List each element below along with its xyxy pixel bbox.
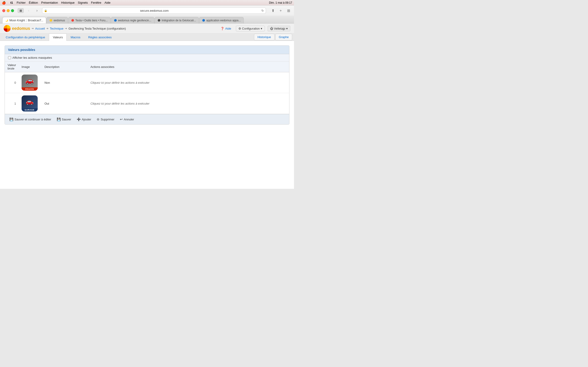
power-icon: ⏻ — [270, 27, 273, 30]
save-icon: 💾 — [57, 117, 61, 121]
tab-application[interactable]: 🔵 application eedomus appa... — [199, 17, 244, 23]
show-hidden-checkbox[interactable] — [8, 56, 11, 59]
tab-eedomus[interactable]: 🟡 eedomus — [46, 17, 68, 23]
save-label: Sauver — [62, 118, 71, 121]
breadcrumb-arrow-1: ➜ — [32, 27, 34, 30]
tab-favicon-tesla: 🔴 — [71, 19, 74, 22]
col-description: Description — [42, 61, 88, 72]
table-header: Valeur brute Image Description Actions a… — [5, 61, 289, 72]
menu-fenetre[interactable]: Fenêtre — [91, 1, 101, 4]
tab-label-eedomus: eedomus — [53, 19, 65, 22]
new-tab-button[interactable]: ＋ — [277, 7, 284, 14]
delete-button[interactable]: ⊖ Supprimer — [95, 117, 116, 122]
tab-favicon-moonknight: 🌙 — [5, 19, 8, 22]
menu-historique[interactable]: Historique — [61, 1, 75, 4]
delete-icon: ⊖ — [97, 117, 99, 121]
cancel-button[interactable]: ↩ Annuler — [119, 117, 136, 122]
minimize-button[interactable] — [7, 9, 10, 12]
row1-value: 1 — [5, 93, 19, 114]
user-label: Velletajp — [274, 27, 285, 30]
configuration-button[interactable]: ⚙ Configuration ▾ — [236, 26, 265, 31]
breadcrumb-accueil[interactable]: Accueil — [35, 27, 45, 30]
aide-button[interactable]: ❓ Aide — [219, 26, 233, 31]
reload-icon[interactable]: ↻ — [261, 9, 264, 12]
col-actions: Actions associées — [88, 61, 273, 72]
row0-image[interactable]: Absente — [19, 72, 42, 93]
tab-label-moonknight: Moon Knight :: BroadcasT... — [9, 19, 43, 22]
card-header: Valeurs possibles — [5, 46, 289, 54]
gear-icon: ⚙ — [238, 27, 241, 30]
app-logo[interactable]: eedomus — [4, 25, 30, 32]
add-button[interactable]: ➕ Ajouter — [75, 117, 93, 122]
breadcrumb-technique[interactable]: Technique — [50, 27, 63, 30]
tab-valeurs[interactable]: Valeurs — [49, 33, 67, 41]
tab-integration[interactable]: ⚫ Intégration de la Géolocali... — [155, 17, 199, 23]
tab-label-tesla: Tesla • Outils tiers • Foru... — [75, 19, 108, 22]
app-name: t1 — [10, 1, 13, 4]
tab-favicon-integration: ⚫ — [157, 19, 160, 22]
page-content: eedomus ➜ Accueil ➜ Technique ➜ Geofenci… — [0, 24, 294, 189]
save-continue-button[interactable]: 💾 Sauver et continuer à éditer — [8, 117, 52, 122]
tab-label-geofencing: eedomus regle geofencin... — [118, 19, 151, 22]
user-chevron-icon: ▾ — [286, 27, 288, 30]
tab-moonknight[interactable]: 🌙 Moon Knight :: BroadcasT... — [2, 17, 46, 23]
card-subheader: Afficher les actions masquées — [5, 54, 289, 61]
menu-edition[interactable]: Édition — [29, 1, 38, 4]
row1-extra — [273, 93, 289, 114]
tab-configuration-peripherique[interactable]: Configuration du périphérique — [2, 33, 49, 41]
table-row[interactable]: 1 GARAGE Oui Cliquez ici pour définir le… — [5, 93, 289, 114]
question-icon: ❓ — [221, 27, 224, 30]
tab-tesla[interactable]: 🔴 Tesla • Outils tiers • Foru... — [68, 17, 111, 23]
apple-logo: 🍎 — [2, 1, 6, 5]
share-button[interactable]: ⬆ — [270, 7, 276, 14]
tab-regles-associees[interactable]: Règles associées — [84, 33, 115, 41]
table-body: 0 Absente Non Cliquez ici pour définir l… — [5, 72, 289, 114]
row0-value: 0 — [5, 72, 19, 93]
col-extra — [273, 61, 289, 72]
show-hidden-label[interactable]: Afficher les actions masquées — [8, 56, 52, 59]
breadcrumb-current: Geofencing Tesla Technique (configuratio… — [69, 27, 126, 30]
save-button[interactable]: 💾 Sauver — [55, 117, 73, 122]
maximize-button[interactable] — [11, 9, 14, 12]
valeurs-card: Valeurs possibles Afficher les actions m… — [5, 45, 289, 125]
menu-aide[interactable]: Aide — [104, 1, 111, 4]
car-badge-garage: GARAGE — [22, 108, 38, 111]
breadcrumb-arrow-3: ➜ — [65, 27, 67, 30]
back-button[interactable]: ‹ — [26, 7, 32, 14]
row1-actions[interactable]: Cliquez ici pour définir les actions à e… — [88, 93, 273, 114]
logo-text: eedomus — [12, 26, 30, 31]
browser-toolbar: ⊞ ‹ › 🔒 ↻ ⬆ ＋ ⊞ — [0, 6, 294, 16]
sidebar-toggle-button[interactable]: ⊞ — [18, 8, 24, 13]
browser-actions: ⬆ ＋ ⊞ — [270, 7, 292, 14]
nav-tabs: Configuration du périphérique Valeurs Ma… — [0, 33, 294, 41]
menu-items: Fichier Édition Présentation Historique … — [17, 1, 111, 4]
address-bar[interactable] — [49, 9, 260, 12]
tab-geofencing[interactable]: 🔵 eedomus regle geofencin... — [111, 17, 154, 23]
tab-macros[interactable]: Macros — [67, 33, 84, 41]
user-button[interactable]: ⏻ Velletajp ▾ — [268, 26, 290, 31]
config-label: Configuration — [242, 27, 260, 30]
menu-presentation[interactable]: Présentation — [41, 1, 58, 4]
forward-button[interactable]: › — [34, 7, 40, 14]
menu-signets[interactable]: Signets — [78, 1, 88, 4]
row0-actions[interactable]: Cliquez ici pour définir les actions à e… — [88, 72, 273, 93]
menu-fichier[interactable]: Fichier — [17, 1, 26, 4]
breadcrumb: eedomus ➜ Accueil ➜ Technique ➜ Geofenci… — [4, 25, 126, 32]
add-label: Ajouter — [82, 118, 91, 121]
app-header: eedomus ➜ Accueil ➜ Technique ➜ Geofenci… — [0, 24, 294, 33]
tab-favicon-eedomus: 🟡 — [49, 19, 52, 22]
table-row[interactable]: 0 Absente Non Cliquez ici pour définir l… — [5, 72, 289, 93]
breadcrumb-arrow-2: ➜ — [46, 27, 48, 30]
cancel-icon: ↩ — [120, 117, 123, 121]
card-title: Valeurs possibles — [8, 48, 286, 52]
graphe-button[interactable]: Graphe — [275, 34, 292, 40]
macos-menubar: 🍎 t1 Fichier Édition Présentation Histor… — [0, 0, 294, 6]
sidebar-icon: ⊞ — [19, 9, 22, 12]
tab-overview-button[interactable]: ⊞ — [285, 7, 292, 14]
historique-button[interactable]: Historique — [254, 34, 275, 40]
close-button[interactable] — [2, 9, 5, 12]
clock: Dim. 1 mai à 09:17 — [269, 1, 292, 4]
col-image: Image — [19, 61, 42, 72]
aide-label: Aide — [225, 27, 231, 30]
row1-image[interactable]: GARAGE — [19, 93, 42, 114]
